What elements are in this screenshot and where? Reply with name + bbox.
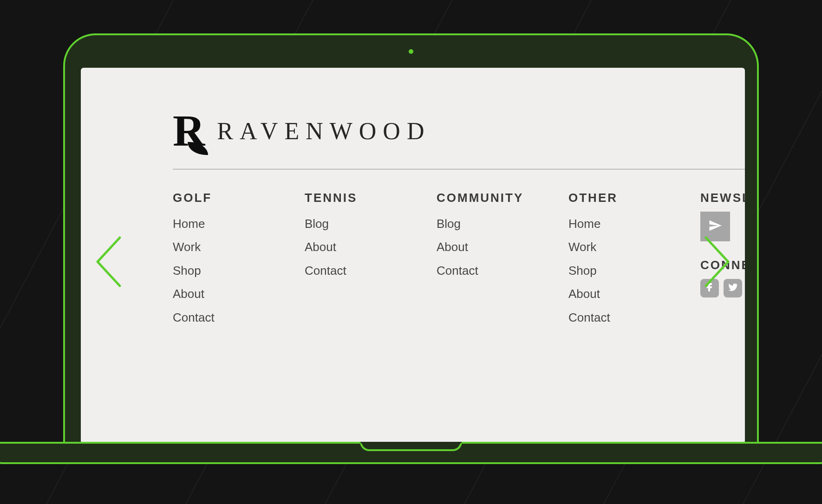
footer-link[interactable]: Shop xyxy=(568,262,700,279)
carousel-prev-arrow[interactable] xyxy=(92,234,124,290)
footer-link[interactable]: About xyxy=(568,285,700,302)
column-heading: GOLF xyxy=(173,191,305,205)
column-heading: OTHER xyxy=(568,191,700,205)
brand-logo-mark: R xyxy=(173,109,204,153)
footer-link[interactable]: Contact xyxy=(568,309,700,326)
horizontal-divider xyxy=(173,169,745,169)
footer-link[interactable]: Home xyxy=(173,215,305,232)
footer-link[interactable]: Contact xyxy=(437,262,568,279)
laptop-base xyxy=(0,442,822,464)
laptop-lid: R RAVENWOOD GOLF Home Work Shop About Co… xyxy=(63,33,759,444)
footer-link[interactable]: Contact xyxy=(305,262,437,279)
footer-link[interactable]: Blog xyxy=(437,215,568,232)
camera-dot xyxy=(409,49,413,54)
footer-link[interactable]: About xyxy=(173,285,305,302)
screen-panel: R RAVENWOOD GOLF Home Work Shop About Co… xyxy=(81,68,745,444)
brand-name-text: RAVENWOOD xyxy=(217,117,431,145)
footer-link[interactable]: Work xyxy=(173,239,305,255)
laptop-frame: R RAVENWOOD GOLF Home Work Shop About Co… xyxy=(63,33,759,450)
footer-link[interactable]: Contact xyxy=(173,309,305,326)
column-golf: GOLF Home Work Shop About Contact xyxy=(173,191,305,332)
laptop-notch xyxy=(360,442,462,451)
footer-link[interactable]: Home xyxy=(568,215,700,232)
footer-columns: GOLF Home Work Shop About Contact TENNIS… xyxy=(173,191,745,332)
footer-link[interactable]: About xyxy=(437,239,568,255)
footer-link[interactable]: Blog xyxy=(305,215,437,232)
column-other: OTHER Home Work Shop About Contact xyxy=(568,191,700,332)
footer-link[interactable]: Shop xyxy=(173,262,305,279)
column-community: COMMUNITY Blog About Contact xyxy=(437,191,568,332)
page-content: R RAVENWOOD GOLF Home Work Shop About Co… xyxy=(81,68,745,332)
newsletter-heading: NEWSL xyxy=(700,191,745,205)
carousel-next-arrow[interactable] xyxy=(701,234,734,290)
column-heading: TENNIS xyxy=(305,191,437,205)
footer-link[interactable]: Work xyxy=(568,239,700,255)
footer-link[interactable]: About xyxy=(305,239,437,255)
column-tennis: TENNIS Blog About Contact xyxy=(305,191,437,332)
paper-plane-icon xyxy=(708,219,722,234)
brand-row: R RAVENWOOD xyxy=(173,109,745,153)
column-heading: COMMUNITY xyxy=(437,191,568,205)
